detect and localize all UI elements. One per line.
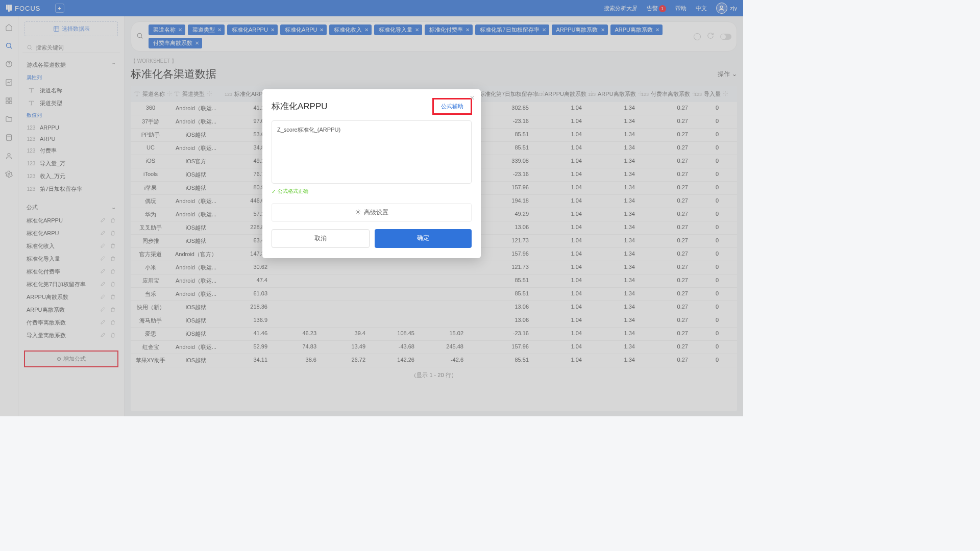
svg-point-26 [357,211,359,212]
cancel-button[interactable]: 取消 [272,229,370,248]
check-circle-icon: ✓ [272,189,276,194]
modal-title: 标准化ARPPU [272,101,328,112]
advanced-settings-button[interactable]: 高级设置 [272,203,472,222]
modal-overlay: ✕ 标准化ARPPU 公式辅助 Z_score标准化_(ARPPU) ✓公式格式… [0,0,743,416]
formula-valid-status: ✓公式格式正确 [272,188,472,195]
formula-modal: ✕ 标准化ARPPU 公式辅助 Z_score标准化_(ARPPU) ✓公式格式… [262,89,481,258]
formula-editor[interactable]: Z_score标准化_(ARPPU) [272,120,472,184]
confirm-button[interactable]: 确定 [375,229,472,248]
formula-helper-button[interactable]: 公式辅助 [433,98,472,114]
gear-icon [355,209,361,217]
close-icon[interactable]: ✕ [470,94,475,102]
